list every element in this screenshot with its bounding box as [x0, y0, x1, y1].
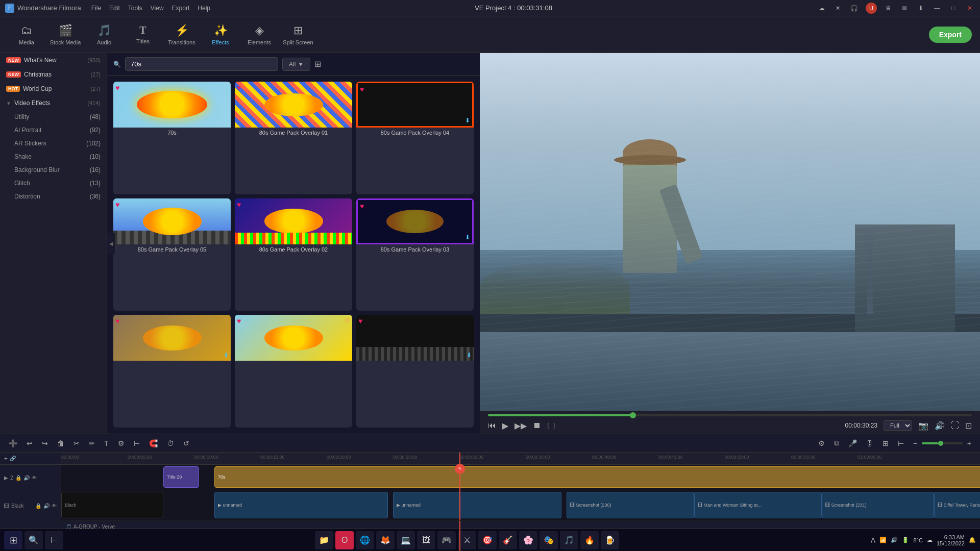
monitor-icon[interactable]: 🖥: [883, 3, 893, 13]
quality-select[interactable]: Full 1/2 1/4: [884, 420, 912, 431]
effect-card-80s-05[interactable]: ♥ 80s Game Pack Overlay 05: [113, 198, 231, 311]
volume-icon[interactable]: 🔊: [891, 537, 898, 543]
bracket-start-icon[interactable]: {: [547, 422, 549, 429]
favorite-icon[interactable]: ♥: [115, 84, 119, 92]
tl-adjust-button[interactable]: ⚙: [115, 438, 127, 449]
category-christmas[interactable]: NEW Christmas (27): [0, 67, 107, 82]
mail-icon[interactable]: ✉: [899, 3, 910, 13]
zoom-slider[interactable]: [922, 442, 963, 444]
tl-text-button[interactable]: T: [102, 438, 111, 449]
toolbar-elements[interactable]: ◈ Elements: [241, 18, 278, 51]
taskbar-photos[interactable]: 🖼: [417, 531, 435, 549]
toolbar-split[interactable]: ⊞ Split Screen: [280, 18, 316, 51]
tl-mic-button[interactable]: 🎤: [846, 438, 860, 449]
download-icon-03[interactable]: ⬇: [465, 234, 470, 241]
taskbar-app6[interactable]: 🎵: [560, 531, 578, 549]
subcategory-shake[interactable]: Shake (10): [8, 150, 107, 163]
favorite-icon-03[interactable]: ♥: [360, 202, 364, 210]
screenshot-button[interactable]: 📷: [918, 421, 928, 431]
effect-card-7[interactable]: ♥ ⬇: [113, 315, 231, 428]
favorite-icon-05[interactable]: ♥: [115, 201, 119, 209]
fullscreen-button[interactable]: ⛶: [951, 421, 959, 430]
track-2-eye[interactable]: 👁: [32, 475, 37, 481]
tl-layers-button[interactable]: ⧉: [831, 437, 842, 449]
clip-eiffel-paris[interactable]: 🎞 Eiffel Tower, Paris: [934, 492, 980, 518]
subcategory-glitch[interactable]: Glitch (13): [8, 177, 107, 190]
favorite-icon-01[interactable]: ♥: [237, 84, 241, 92]
toolbar-audio[interactable]: 🎵 Audio: [86, 18, 122, 51]
taskbar-terminal[interactable]: 💻: [397, 531, 415, 549]
tl-undo-button[interactable]: ↩: [24, 438, 35, 449]
clip-title-29[interactable]: Title 29: [163, 466, 199, 488]
track-video-volume[interactable]: 🔊: [43, 503, 50, 509]
tl-split2-button[interactable]: ⊢: [895, 438, 906, 449]
progress-thumb[interactable]: [630, 412, 636, 418]
grid-view-button[interactable]: ⊞: [314, 59, 321, 69]
effect-card-80s-03[interactable]: ♥ ⬇ 80s Game Pack Overlay 03: [356, 198, 474, 311]
tl-pen-button[interactable]: ✏: [86, 438, 97, 449]
progress-bar[interactable]: [488, 414, 972, 416]
taskbar-app5[interactable]: 🎭: [540, 531, 558, 549]
track-video-eye[interactable]: 👁: [52, 503, 57, 509]
zoom-button[interactable]: ⊡: [965, 421, 972, 431]
headset-icon[interactable]: 🎧: [849, 3, 860, 13]
clip-black[interactable]: Black: [61, 492, 163, 518]
menu-file[interactable]: File: [91, 5, 101, 12]
zoom-out-button[interactable]: −: [911, 438, 920, 449]
category-world-cup[interactable]: HOT World Cup (27): [0, 82, 107, 96]
play-button[interactable]: ▶: [502, 421, 508, 431]
subcategory-distortion[interactable]: Distortion (36): [8, 190, 107, 203]
track-2-volume[interactable]: 🔊: [23, 475, 30, 481]
taskbar-firefox[interactable]: 🦊: [376, 531, 395, 549]
subcategory-utility[interactable]: Utility (48): [8, 110, 107, 123]
favorite-icon-8[interactable]: ♥: [237, 317, 241, 325]
link-button[interactable]: 🔗: [10, 456, 16, 461]
subcategory-ar-stickers[interactable]: AR Stickers (102): [8, 137, 107, 150]
category-video-effects[interactable]: ▼ Video Effects (414): [0, 96, 107, 110]
subcategory-ai-portrait[interactable]: AI Portrait (92): [8, 123, 107, 137]
tl-settings-button[interactable]: ⚙: [816, 438, 827, 449]
taskbar-taskview[interactable]: ⊢: [45, 531, 63, 549]
tl-redo-button[interactable]: ↪: [39, 438, 51, 449]
favorite-icon-04[interactable]: ♥: [360, 85, 364, 93]
cloud-icon[interactable]: ☁: [817, 3, 827, 13]
tl-magnet-button[interactable]: 🧲: [146, 438, 160, 449]
settings-icon-8[interactable]: ⚙: [345, 317, 350, 324]
notification-icon[interactable]: 🔔: [969, 537, 976, 543]
maximize-button[interactable]: □: [948, 3, 959, 13]
tl-add-track-button[interactable]: ➕: [6, 438, 20, 449]
download-icon[interactable]: ⬇: [916, 3, 926, 13]
filter-dropdown[interactable]: All ▼: [282, 58, 310, 71]
category-whats-new[interactable]: NEW What's New (950): [0, 53, 107, 67]
tl-reset-button[interactable]: ↺: [181, 438, 192, 449]
favorite-icon-7[interactable]: ♥: [115, 317, 119, 325]
play-forward-button[interactable]: ▶▶: [514, 421, 527, 431]
clip-screenshot-230[interactable]: 🎞 Screenshot (230): [567, 492, 694, 518]
taskbar-app3[interactable]: 🎸: [499, 531, 517, 549]
effect-card-9[interactable]: ♥ ⬇: [356, 315, 474, 428]
track-2-lock[interactable]: 🔒: [15, 475, 21, 481]
start-button[interactable]: ⊞: [4, 531, 22, 549]
menu-export[interactable]: Export: [172, 5, 190, 12]
taskbar-games[interactable]: 🎮: [437, 531, 456, 549]
tl-mixer-button[interactable]: 🎛: [864, 438, 876, 449]
sun-icon[interactable]: ☀: [833, 3, 843, 13]
clip-unnamed-1[interactable]: ▶ unnamed: [214, 492, 388, 518]
close-button[interactable]: ✕: [965, 3, 975, 13]
taskbar-explorer[interactable]: 📁: [315, 531, 333, 549]
playhead-handle[interactable]: ✂: [455, 464, 465, 474]
taskbar-search[interactable]: 🔍: [24, 531, 43, 549]
taskbar-app4[interactable]: 🌸: [519, 531, 537, 549]
tl-align-button[interactable]: ⊞: [880, 438, 891, 449]
stop-button[interactable]: ⏹: [533, 421, 541, 430]
effect-card-80s-04[interactable]: ♥ ⬇ 80s Game Pack Overlay 04: [356, 82, 474, 194]
toolbar-media[interactable]: 🗂 Media: [8, 18, 45, 51]
tl-cut-button[interactable]: ✂: [71, 438, 82, 449]
add-media-button[interactable]: +: [4, 455, 8, 462]
tl-timer-button[interactable]: ⏱: [164, 438, 177, 449]
taskbar-app7[interactable]: 🔥: [580, 531, 599, 549]
taskbar-app8[interactable]: 🍺: [601, 531, 619, 549]
subcategory-background-blur[interactable]: Background Blur (16): [8, 163, 107, 177]
skip-back-button[interactable]: ⏮: [488, 421, 496, 430]
download-icon-04[interactable]: ⬇: [465, 117, 470, 124]
